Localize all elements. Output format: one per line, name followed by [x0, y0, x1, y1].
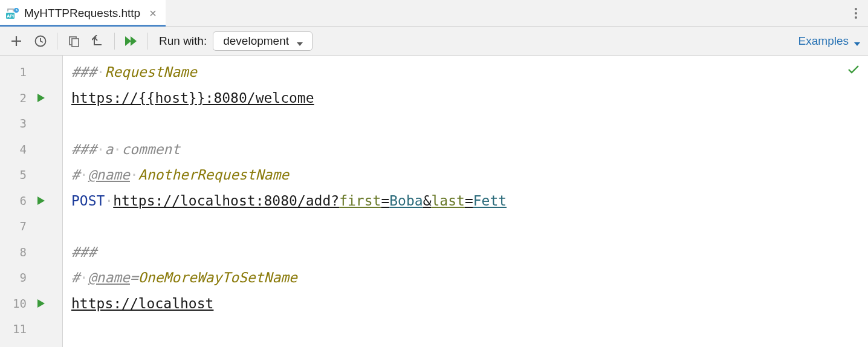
run-request-gutter-icon[interactable] [33, 196, 50, 206]
svg-marker-15 [37, 94, 45, 102]
svg-marker-12 [131, 36, 137, 46]
code-line: ### [71, 239, 868, 265]
line-number: 5 [0, 168, 27, 181]
code-line [71, 213, 868, 239]
tab-options-button[interactable] [844, 0, 868, 26]
code-line: ###·RequestName [71, 59, 868, 85]
svg-marker-16 [37, 196, 45, 205]
close-tab-button[interactable] [149, 9, 157, 18]
toolbar-separator [114, 33, 115, 50]
run-request-gutter-icon[interactable] [33, 299, 50, 308]
analysis-ok-icon[interactable] [847, 62, 860, 77]
line-number: 3 [0, 117, 27, 130]
svg-point-3 [855, 8, 857, 10]
code-line: #·@name=OneMoreWayToSetName [71, 265, 868, 291]
svg-rect-8 [72, 39, 79, 47]
http-toolbar: Run with: development Examples [0, 27, 868, 56]
code-line: ###·a·comment [71, 137, 868, 163]
code-line [71, 316, 868, 342]
chevron-down-icon [853, 37, 861, 45]
convert-button[interactable] [90, 33, 106, 49]
tab-bar: API MyHTTPRequests.http [0, 0, 868, 27]
line-number: 7 [0, 219, 27, 233]
svg-point-4 [855, 12, 857, 15]
code-line: POST·https://localhost:8080/add?first=Bo… [71, 188, 868, 214]
copy-button[interactable] [66, 33, 82, 49]
environment-value: development [223, 34, 289, 48]
add-request-button[interactable] [8, 33, 24, 49]
examples-label: Examples [798, 34, 849, 48]
code-line: #·@name·AnotherRequestName [71, 162, 868, 188]
history-button[interactable] [33, 33, 48, 49]
toolbar-separator [147, 33, 148, 50]
line-number: 1 [0, 65, 27, 79]
svg-text:API: API [7, 14, 14, 18]
line-number: 2 [0, 91, 27, 105]
http-file-icon: API [6, 8, 19, 19]
svg-point-5 [855, 16, 857, 19]
run-with-group: Run with: development [159, 31, 313, 51]
line-number: 11 [0, 322, 27, 336]
code-area[interactable]: ###·RequestName https://{{host}}:8080/we… [63, 56, 868, 347]
code-line [71, 111, 868, 137]
code-line: https://localhost [71, 291, 868, 317]
svg-marker-14 [854, 42, 860, 46]
file-tab-label: MyHTTPRequests.http [24, 7, 140, 20]
line-number: 10 [0, 297, 27, 310]
editor: 1 2 3 4 5 6 7 8 9 10 11 ###·RequestName … [0, 56, 868, 347]
line-number: 8 [0, 245, 27, 259]
environment-select[interactable]: development [213, 31, 313, 51]
line-number: 4 [0, 143, 27, 156]
svg-marker-11 [125, 36, 131, 46]
run-all-button[interactable] [123, 33, 139, 49]
code-line: https://{{host}}:8080/welcome [71, 85, 868, 111]
run-request-gutter-icon[interactable] [33, 93, 50, 103]
toolbar-separator [57, 33, 57, 50]
svg-marker-17 [37, 299, 45, 308]
chevron-down-icon [296, 37, 303, 45]
gutter: 1 2 3 4 5 6 7 8 9 10 11 [0, 56, 63, 347]
svg-marker-13 [297, 42, 303, 46]
line-number: 9 [0, 271, 27, 284]
line-number: 6 [0, 194, 27, 207]
file-tab[interactable]: API MyHTTPRequests.http [0, 0, 166, 26]
examples-dropdown[interactable]: Examples [798, 34, 861, 48]
run-with-label: Run with: [159, 34, 207, 48]
